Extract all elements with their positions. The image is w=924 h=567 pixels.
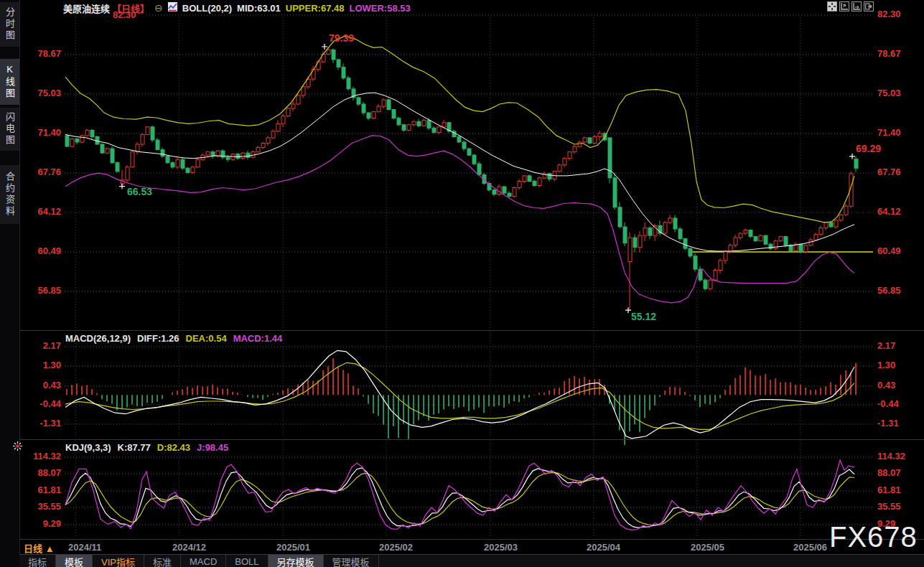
bottom-tab-4[interactable]: 标准 bbox=[144, 555, 181, 567]
chart-canvas[interactable]: 79.3966.5355.1269.29 bbox=[0, 0, 924, 567]
axis-zoom-out-icon[interactable] bbox=[851, 1, 862, 11]
candle-body bbox=[427, 121, 431, 128]
candle-body bbox=[749, 230, 752, 237]
candle-body bbox=[638, 235, 642, 248]
boll-mid-value: MID:63.01 bbox=[237, 3, 281, 14]
bottom-tab-7[interactable]: 另存模板 bbox=[269, 555, 324, 567]
mini-chart-icon[interactable] bbox=[168, 2, 177, 14]
candle-body bbox=[844, 206, 848, 215]
period-selector[interactable]: 日线 ▲ bbox=[24, 541, 55, 555]
bottom-tab-2[interactable]: 模板 bbox=[56, 555, 93, 567]
date-label: 2024/11 bbox=[68, 542, 101, 553]
candle-body bbox=[307, 79, 310, 87]
candle-body bbox=[357, 98, 360, 104]
bottom-tab-bar: 指标模板VIP指标标准MACDBOLL另存模板管理模板 bbox=[19, 554, 924, 567]
kdj-k-value: K:87.77 bbox=[118, 442, 151, 453]
candle-body bbox=[689, 248, 692, 256]
candle-body bbox=[196, 159, 200, 167]
trading-app-window: 分时图K线图闪电图合约资料 79.3966.5355.1269.29 美原油连续… bbox=[0, 0, 924, 567]
candle-body bbox=[80, 136, 84, 142]
kdj-axis-label-right: 35.55 bbox=[877, 502, 901, 512]
candle-body bbox=[834, 220, 838, 227]
candle-body bbox=[412, 121, 416, 125]
candle-body bbox=[342, 67, 345, 78]
bottom-tab-3[interactable]: VIP指标 bbox=[93, 555, 144, 567]
candle-body bbox=[558, 165, 561, 172]
candle-body bbox=[276, 123, 280, 131]
macd-axis-label-left: 1.30 bbox=[18, 360, 61, 370]
bottom-tab-8[interactable]: 管理模板 bbox=[324, 555, 379, 567]
candle-body bbox=[799, 244, 803, 252]
axis-zoom-in-icon[interactable] bbox=[839, 1, 849, 11]
date-label: 2025/02 bbox=[379, 542, 413, 553]
kdj-label[interactable]: KDJ(9,3,3) bbox=[65, 442, 111, 453]
candle-body bbox=[854, 159, 858, 168]
candle-body bbox=[563, 159, 566, 165]
candle-body bbox=[241, 153, 245, 159]
candle-body bbox=[724, 252, 727, 261]
candle-body bbox=[829, 222, 833, 227]
bottom-tab-6[interactable]: BOLL bbox=[226, 555, 268, 567]
indicator-name[interactable]: BOLL(20,2) bbox=[182, 3, 232, 14]
macd-axis-label-right: 1.30 bbox=[877, 360, 895, 370]
bottom-tab-5[interactable]: MACD bbox=[181, 555, 226, 567]
export-icon[interactable] bbox=[864, 1, 874, 11]
macd-axis-label-right: 2.17 bbox=[877, 341, 895, 351]
candle-body bbox=[608, 138, 612, 178]
kdj-axis-label-left: 114.32 bbox=[18, 451, 61, 461]
panel-separator bbox=[19, 330, 924, 331]
kdj-axis-label-right: 114.32 bbox=[877, 451, 905, 461]
candle-body bbox=[719, 261, 722, 271]
bottom-tab-1[interactable]: 指标 bbox=[19, 555, 56, 567]
candle-body bbox=[161, 150, 164, 156]
kdj-axis-label-left: 35.55 bbox=[18, 502, 61, 512]
macd-axis-label-left: -0.44 bbox=[18, 399, 61, 409]
price-annotation: 69.29 bbox=[856, 143, 881, 154]
candle-body bbox=[472, 155, 476, 164]
candle-body bbox=[513, 188, 516, 197]
price-label-left: 75.03 bbox=[18, 88, 61, 98]
sidebar-item-2[interactable]: K线图 bbox=[0, 59, 19, 105]
candle-body bbox=[824, 222, 828, 228]
candle-body bbox=[457, 136, 461, 142]
sidebar-item-1[interactable]: 分时图 bbox=[0, 2, 19, 47]
price-annotation: 66.53 bbox=[127, 186, 152, 197]
indicator-settings-icon[interactable] bbox=[12, 441, 23, 454]
candle-body bbox=[839, 215, 843, 220]
watermark: FX678 bbox=[829, 521, 918, 553]
price-marker-cross bbox=[625, 307, 631, 313]
candle-body bbox=[583, 138, 587, 142]
macd-axis-label-left: -1.31 bbox=[18, 418, 61, 428]
candle-body bbox=[754, 237, 757, 241]
candle-body bbox=[70, 139, 74, 147]
sidebar-item-label: 分时图 bbox=[0, 7, 19, 42]
sidebar-item-3[interactable]: 闪电图 bbox=[0, 108, 19, 151]
candle-body bbox=[131, 152, 134, 167]
kdj-header: KDJ(9,3,3) K:87.77 D:82.43 J:98.45 bbox=[65, 442, 228, 453]
candle-body bbox=[261, 144, 265, 148]
price-label-left: 60.49 bbox=[18, 246, 61, 256]
candle-body bbox=[568, 152, 571, 159]
collapse-icon[interactable]: ⊖ bbox=[154, 2, 163, 14]
macd-label[interactable]: MACD(26,12,9) bbox=[65, 333, 131, 344]
macd-axis-label-left: 0.43 bbox=[18, 380, 61, 390]
price-marker-cross bbox=[322, 44, 327, 50]
price-label-right: 67.76 bbox=[877, 167, 901, 177]
price-label-left: 56.85 bbox=[18, 286, 61, 296]
candle-body bbox=[593, 136, 597, 143]
candle-body bbox=[141, 134, 144, 144]
candle-body bbox=[312, 70, 315, 80]
price-label-left: 71.40 bbox=[18, 128, 61, 138]
candle-body bbox=[819, 228, 823, 235]
candle-body bbox=[814, 235, 818, 240]
candle-body bbox=[176, 159, 179, 167]
candle-body bbox=[779, 237, 783, 241]
candle-body bbox=[382, 100, 386, 106]
candle-body bbox=[477, 164, 481, 174]
sidebar-item-4[interactable]: 合约资料 bbox=[0, 165, 19, 224]
chart-header: 美原油连续 【日线】 ⊖ BOLL(20,2) MID:63.01 UPPER:… bbox=[63, 2, 411, 14]
price-marker-cross bbox=[849, 154, 855, 159]
kdj-axis-label-right: 88.07 bbox=[877, 468, 901, 478]
crosshair-icon[interactable] bbox=[827, 1, 837, 11]
candle-body bbox=[804, 245, 808, 252]
